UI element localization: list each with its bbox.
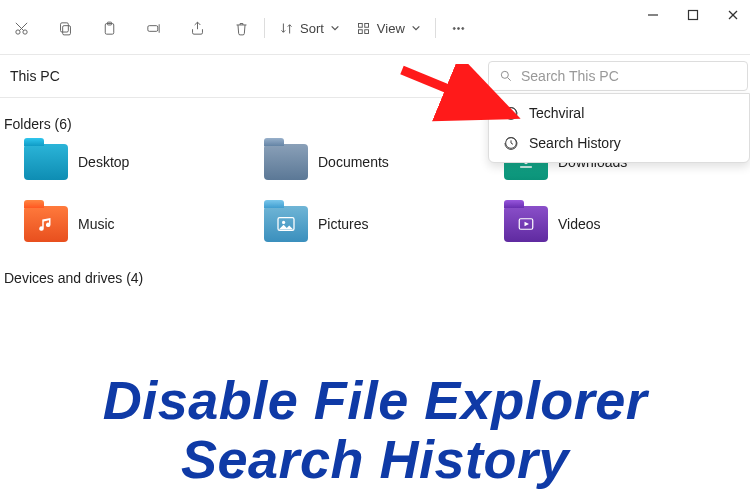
search-history-item[interactable]: Search History <box>489 128 749 158</box>
headline-line1: Disable File Explorer <box>0 371 750 429</box>
maximize-button[interactable] <box>686 8 700 22</box>
view-label: View <box>377 21 405 36</box>
window-controls <box>646 8 740 22</box>
toolbar: Sort View <box>0 0 750 55</box>
sort-label: Sort <box>300 21 324 36</box>
view-dropdown[interactable]: View <box>348 17 429 40</box>
address-location: This PC <box>10 68 60 84</box>
copy-icon[interactable] <box>48 12 82 44</box>
folder-label: Desktop <box>78 154 129 170</box>
folder-icon <box>24 206 68 242</box>
minimize-button[interactable] <box>646 8 660 22</box>
close-button[interactable] <box>726 8 740 22</box>
svg-rect-6 <box>62 25 70 34</box>
headline-line2: Search History <box>0 430 750 488</box>
search-input[interactable]: Search This PC <box>488 61 748 91</box>
search-history-dropdown: Techviral Search History <box>488 93 750 163</box>
search-area: Search This PC Techviral Search History <box>488 61 748 91</box>
svg-point-17 <box>458 27 460 29</box>
delete-icon[interactable] <box>224 12 258 44</box>
overlay-headline: Disable File Explorer Search History <box>0 371 750 488</box>
svg-rect-15 <box>365 29 369 33</box>
cut-icon[interactable] <box>4 12 38 44</box>
history-item-label: Search History <box>529 135 621 151</box>
toolbar-divider <box>264 18 265 38</box>
folder-icon <box>264 144 308 180</box>
svg-point-24 <box>282 221 285 224</box>
svg-rect-13 <box>365 23 369 27</box>
more-options-icon[interactable] <box>442 12 476 44</box>
svg-rect-7 <box>60 22 68 31</box>
history-item-label: Techviral <box>529 105 584 121</box>
folder-label: Documents <box>318 154 389 170</box>
folder-pictures[interactable]: Pictures <box>264 206 464 242</box>
annotation-arrow <box>396 64 526 128</box>
paste-icon[interactable] <box>92 12 126 44</box>
svg-rect-1 <box>689 11 698 20</box>
toolbar-divider <box>435 18 436 38</box>
search-placeholder: Search This PC <box>521 68 619 84</box>
chevron-down-icon <box>411 23 421 33</box>
svg-point-16 <box>454 27 456 29</box>
folder-label: Pictures <box>318 216 369 232</box>
folder-videos[interactable]: Videos <box>504 206 704 242</box>
history-icon <box>503 135 519 151</box>
folder-documents[interactable]: Documents <box>264 144 464 180</box>
devices-header[interactable]: Devices and drives (4) <box>0 254 750 292</box>
rename-icon[interactable] <box>136 12 170 44</box>
chevron-down-icon <box>330 23 340 33</box>
folder-label: Videos <box>558 216 601 232</box>
folder-icon <box>264 206 308 242</box>
search-history-item[interactable]: Techviral <box>489 98 749 128</box>
folder-music[interactable]: Music <box>24 206 224 242</box>
folder-icon <box>504 206 548 242</box>
sort-dropdown[interactable]: Sort <box>271 17 348 40</box>
folder-desktop[interactable]: Desktop <box>24 144 224 180</box>
svg-rect-12 <box>358 23 362 27</box>
svg-rect-14 <box>358 29 362 33</box>
svg-point-18 <box>462 27 464 29</box>
svg-rect-10 <box>147 25 157 31</box>
folder-label: Music <box>78 216 115 232</box>
share-icon[interactable] <box>180 12 214 44</box>
address-bar-row: This PC Search This PC Techviral Search … <box>0 55 750 98</box>
folder-icon <box>24 144 68 180</box>
svg-line-26 <box>402 70 504 112</box>
